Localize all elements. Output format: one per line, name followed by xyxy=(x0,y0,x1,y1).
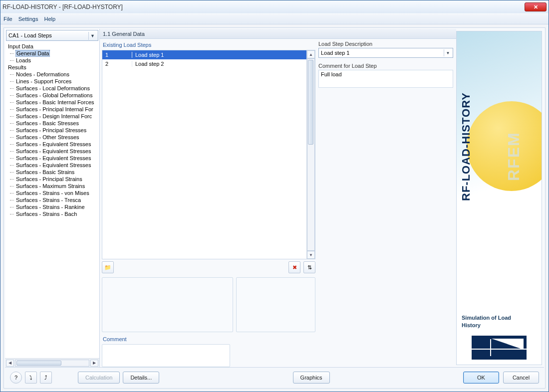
brand-caption: Simulation of Load History xyxy=(457,310,542,333)
tree-item[interactable]: Surfaces - Basic Strains xyxy=(7,169,98,176)
import-button[interactable]: ⤵ xyxy=(25,372,37,384)
window-title: RF-LOAD-HISTORY - [RF-LOAD-HYSTORY] xyxy=(2,3,525,10)
preview-right xyxy=(236,277,315,332)
graphics-button[interactable]: Graphics xyxy=(293,372,330,384)
tree-item[interactable]: Surfaces - Maximum Strains xyxy=(7,183,98,190)
loadsteps-rows: 1Load step 12Load step 2 xyxy=(102,50,306,259)
tree-item[interactable]: Surfaces - Local Deformations xyxy=(7,85,98,92)
tree-item[interactable]: Surfaces - Equivalent Stresses xyxy=(7,162,98,169)
tree-item[interactable]: Surfaces - Principal Internal For xyxy=(7,106,98,113)
page-title: 1.1 General Data xyxy=(103,31,145,37)
table-row[interactable]: 1Load step 1 xyxy=(102,50,306,59)
description-label: Load Step Description xyxy=(318,41,453,47)
tree-item[interactable]: General Data xyxy=(7,50,98,57)
reorder-loadstep-button[interactable]: ⇅ xyxy=(303,261,315,273)
tree-item[interactable]: Surfaces - Principal Stresses xyxy=(7,127,98,134)
loadsteps-list[interactable]: 1Load step 12Load step 2 ▲ ▼ xyxy=(102,50,315,259)
reorder-icon: ⇅ xyxy=(307,264,312,271)
loadstep-details: Load Step Description Load step 1 ▼ Comm… xyxy=(318,41,453,367)
titlebar: RF-LOAD-HISTORY - [RF-LOAD-HYSTORY] ✕ xyxy=(0,0,549,13)
outer-comment-label: Comment xyxy=(102,335,315,344)
brand-art: RFEM RF-LOAD-HISTORY xyxy=(457,31,542,310)
menu-file[interactable]: File xyxy=(3,16,12,22)
brand-panel: RFEM RF-LOAD-HISTORY Simulation of Load … xyxy=(456,31,542,365)
chevron-down-icon: ▼ xyxy=(444,49,452,56)
export-icon: ⤴ xyxy=(44,375,47,381)
tree-item[interactable]: Surfaces - Other Stresses xyxy=(7,134,98,141)
outer-comment-group: Comment xyxy=(102,335,315,367)
loadsteps-label: Existing Load Steps xyxy=(102,41,315,50)
menu-help[interactable]: Help xyxy=(44,16,55,22)
tree-item[interactable]: Nodes - Deformations xyxy=(7,71,98,78)
nav-column: CA1 - Load Steps ▼ Input DataGeneral Dat… xyxy=(5,29,100,367)
new-loadstep-button[interactable]: 📁 xyxy=(102,261,114,273)
loadsteps-toolbar: 📁 ✖ ⇅ xyxy=(102,259,315,276)
tree-item[interactable]: Surfaces - Strains - Rankine xyxy=(7,203,98,210)
footer: ? ⤵ ⤴ Calculation Details... Graphics OK… xyxy=(5,367,544,387)
brand-text: RF-LOAD-HISTORY xyxy=(460,92,473,201)
details-button[interactable]: Details... xyxy=(123,372,159,384)
close-button[interactable]: ✕ xyxy=(525,2,547,11)
cancel-button[interactable]: Cancel xyxy=(503,372,539,384)
scroll-up-icon[interactable]: ▲ xyxy=(307,50,315,58)
center-row: Existing Load Steps 1Load step 12Load st… xyxy=(100,39,456,367)
tree-item[interactable]: Surfaces - Design Internal Forc xyxy=(7,113,98,120)
menu-settings[interactable]: Settings xyxy=(18,16,38,22)
export-button[interactable]: ⤴ xyxy=(40,372,52,384)
scroll-track[interactable] xyxy=(15,360,89,367)
main-column: 1.1 General Data Existing Load Steps 1Lo… xyxy=(100,29,456,367)
case-selector[interactable]: CA1 - Load Steps ▼ xyxy=(6,30,98,41)
tree-item[interactable]: Surfaces - Basic Internal Forces xyxy=(7,99,98,106)
scroll-right-icon[interactable]: ▶ xyxy=(90,360,98,367)
tree-item[interactable]: Surfaces - Strains - von Mises xyxy=(7,190,98,196)
chevron-down-icon: ▼ xyxy=(88,32,96,40)
help-button[interactable]: ? xyxy=(10,372,22,384)
tree-item[interactable]: Surfaces - Equivalent Stresses xyxy=(7,155,98,162)
step-comment-input[interactable]: Full load xyxy=(318,70,453,88)
case-selector-value: CA1 - Load Steps xyxy=(8,32,52,38)
scroll-down-icon[interactable]: ▼ xyxy=(307,251,315,259)
scroll-left-icon[interactable]: ◀ xyxy=(6,360,14,367)
outer-comment-input[interactable] xyxy=(102,344,230,367)
tree-item[interactable]: Surfaces - Strains - Bach xyxy=(7,210,98,217)
description-dropdown[interactable]: Load step 1 ▼ xyxy=(318,48,453,58)
tree-item[interactable]: Loads xyxy=(7,57,98,64)
tree-group[interactable]: Results xyxy=(7,64,98,71)
calculation-button[interactable]: Calculation xyxy=(78,372,120,384)
menubar: File Settings Help xyxy=(0,13,549,24)
client-area: CA1 - Load Steps ▼ Input DataGeneral Dat… xyxy=(3,27,546,389)
ok-button[interactable]: OK xyxy=(463,372,499,384)
body: CA1 - Load Steps ▼ Input DataGeneral Dat… xyxy=(5,29,544,367)
tree-group[interactable]: Input Data xyxy=(7,43,98,50)
loadsteps-panel: Existing Load Steps 1Load step 12Load st… xyxy=(102,41,315,367)
preview-left xyxy=(102,277,233,332)
loadsteps-vscrollbar[interactable]: ▲ ▼ xyxy=(306,50,315,259)
tree-item[interactable]: Surfaces - Principal Strains xyxy=(7,176,98,183)
table-row[interactable]: 2Load step 2 xyxy=(102,59,306,68)
tree-item[interactable]: Surfaces - Global Deformations xyxy=(7,92,98,99)
description-value: Load step 1 xyxy=(321,50,350,56)
import-icon: ⤵ xyxy=(29,375,32,381)
nav-tree[interactable]: Input DataGeneral DataLoadsResultsNodes … xyxy=(6,42,98,358)
delete-loadstep-button[interactable]: ✖ xyxy=(288,261,300,273)
folder-icon: 📁 xyxy=(104,264,111,271)
brand-logo xyxy=(472,336,527,360)
app-window: RF-LOAD-HISTORY - [RF-LOAD-HYSTORY] ✕ Fi… xyxy=(0,0,549,392)
close-icon: ✕ xyxy=(534,4,538,10)
vscroll-thumb[interactable] xyxy=(308,60,313,145)
brand-bgtext: RFEM xyxy=(505,132,523,181)
tree-item[interactable]: Surfaces - Equivalent Stresses xyxy=(7,141,98,148)
vscroll-track[interactable] xyxy=(307,58,315,251)
help-icon: ? xyxy=(14,375,17,381)
page-header: 1.1 General Data xyxy=(100,29,456,39)
delete-icon: ✖ xyxy=(292,264,297,271)
tree-hscrollbar[interactable]: ◀ ▶ xyxy=(5,358,99,367)
tree-item[interactable]: Lines - Support Forces xyxy=(7,78,98,85)
tree-item[interactable]: Surfaces - Strains - Tresca xyxy=(7,196,98,203)
tree-item[interactable]: Surfaces - Equivalent Stresses xyxy=(7,148,98,155)
preview-row xyxy=(102,277,315,332)
scroll-thumb[interactable] xyxy=(16,361,61,366)
tree-item[interactable]: Surfaces - Basic Stresses xyxy=(7,120,98,127)
step-comment-label: Comment for Load Step xyxy=(318,63,453,69)
